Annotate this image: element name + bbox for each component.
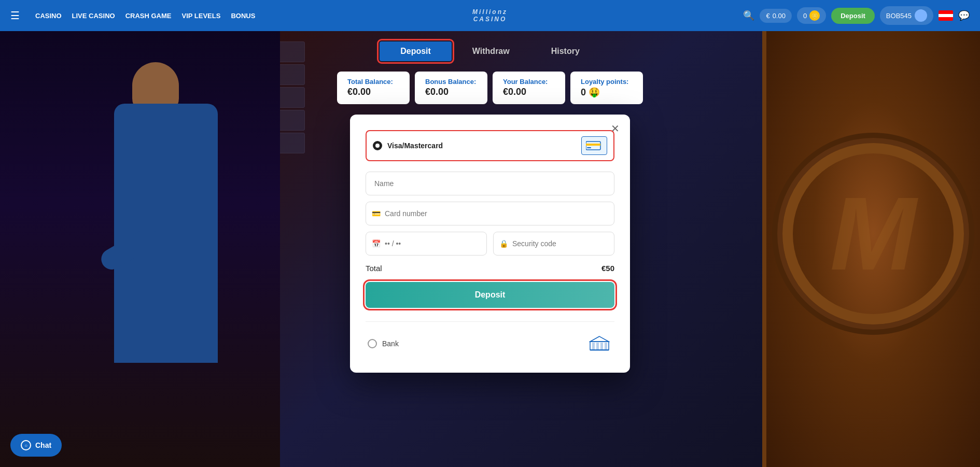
nav-live-casino[interactable]: LIVE CASINO: [72, 12, 115, 20]
main-content: Deposit Withdraw History Total Balance: …: [0, 31, 980, 467]
hamburger-icon[interactable]: ☰: [10, 9, 20, 22]
nav-vip-levels[interactable]: VIP LEVELS: [181, 12, 220, 20]
modal-close-button[interactable]: ✕: [611, 122, 620, 135]
svg-rect-7: [605, 343, 607, 350]
visa-label: Visa/Mastercard: [387, 141, 443, 150]
bonus-balance-value: €0.00: [425, 87, 477, 97]
chat-nav-icon[interactable]: 💬: [958, 10, 970, 21]
loyalty-label: Loyalty points:: [581, 78, 633, 86]
user-info[interactable]: BOB545: [880, 6, 933, 25]
nav-casino[interactable]: CASINO: [35, 12, 62, 20]
svg-marker-8: [590, 336, 609, 342]
bank-building-icon: [586, 334, 612, 353]
tab-withdraw[interactable]: Withdraw: [452, 41, 530, 61]
chat-button[interactable]: ○ Chat: [10, 434, 62, 457]
total-balance-card: Total Balance: €0.00: [337, 72, 410, 104]
deposit-modal: ✕ Visa/Mastercard 💳 �: [350, 115, 630, 373]
tab-row: Deposit Withdraw History: [380, 41, 600, 61]
search-icon[interactable]: 🔍: [743, 10, 754, 21]
divider: [366, 321, 614, 322]
svg-rect-4: [592, 343, 595, 350]
total-row: Total €50: [366, 262, 614, 275]
card-svg: [586, 140, 603, 151]
visa-option-left: Visa/Mastercard: [373, 141, 443, 150]
bonus-balance-card: Bonus Balance: €0.00: [415, 72, 487, 104]
visa-radio[interactable]: [373, 141, 382, 150]
balance-cards: Total Balance: €0.00 Bonus Balance: €0.0…: [337, 72, 643, 104]
expiry-input[interactable]: [366, 232, 487, 256]
deposit-button[interactable]: Deposit: [366, 282, 614, 308]
site-logo: Millionz CASINO: [472, 8, 508, 23]
total-balance-value: €0.00: [347, 87, 399, 97]
total-balance-label: Total Balance:: [347, 78, 399, 86]
security-wrap: 🔒: [493, 232, 614, 256]
tab-deposit[interactable]: Deposit: [380, 41, 452, 61]
username-label: BOB545: [886, 12, 912, 20]
loyalty-card: Loyalty points: 0 🤑: [570, 72, 643, 104]
chat-label: Chat: [35, 441, 51, 449]
expiry-security-row: 📅 🔒: [366, 232, 614, 256]
balance-amount: 0.00: [773, 12, 786, 20]
your-balance-value: €0.00: [503, 87, 555, 97]
svg-rect-6: [600, 343, 603, 350]
total-value: €50: [601, 264, 614, 273]
total-label: Total: [366, 264, 382, 273]
coins-amount: 0: [803, 12, 807, 20]
nav-crash-game[interactable]: CRASH GAME: [125, 12, 172, 20]
coin-icon: 🪙: [809, 10, 820, 21]
your-balance-card: Your Balance: €0.00: [493, 72, 565, 104]
user-avatar: [915, 9, 927, 22]
bank-option[interactable]: Bank: [366, 330, 614, 357]
security-code-input[interactable]: [493, 232, 614, 256]
name-input[interactable]: [366, 172, 614, 195]
balance-display: € 0.00: [760, 9, 792, 23]
tab-history[interactable]: History: [530, 41, 600, 61]
expiry-wrap: 📅: [366, 232, 487, 256]
nav-deposit-button[interactable]: Deposit: [831, 8, 875, 24]
bonus-balance-label: Bonus Balance:: [425, 78, 477, 86]
svg-rect-9: [590, 349, 609, 351]
svg-rect-5: [596, 343, 599, 350]
coins-display: 0 🪙: [797, 7, 826, 24]
card-icon: [581, 136, 607, 155]
chat-bubble-icon: ○: [21, 440, 31, 450]
loyalty-value: 0 🤑: [581, 87, 633, 98]
country-flag: [939, 10, 953, 21]
visa-mastercard-option[interactable]: Visa/Mastercard: [366, 130, 614, 161]
svg-rect-2: [587, 147, 591, 148]
navbar: ☰ CASINO LIVE CASINO CRASH GAME VIP LEVE…: [0, 0, 980, 31]
bank-label: Bank: [382, 339, 399, 348]
bank-svg: [589, 335, 610, 352]
balance-currency: €: [766, 12, 769, 20]
bank-radio[interactable]: [368, 339, 377, 348]
your-balance-label: Your Balance:: [503, 78, 555, 86]
svg-rect-1: [586, 144, 600, 146]
card-number-input[interactable]: [366, 202, 614, 225]
nav-bonus[interactable]: BONUS: [231, 12, 255, 20]
bank-option-left: Bank: [368, 339, 399, 348]
nav-right-section: 🔍 € 0.00 0 🪙 Deposit BOB545 💬: [743, 6, 970, 25]
